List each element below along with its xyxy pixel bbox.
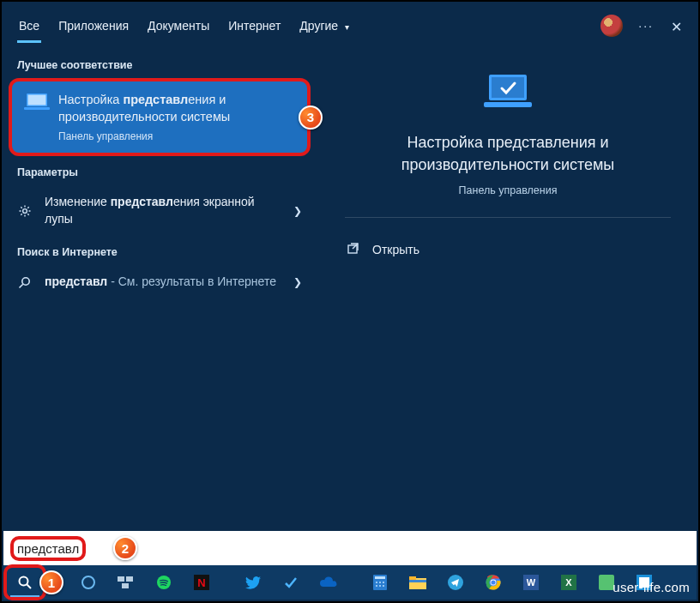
taskbar-telegram-icon[interactable] [438,568,474,597]
taskbar-taskview-icon[interactable] [108,568,144,597]
performance-settings-icon-large [480,71,535,119]
tab-other[interactable]: Другие ▾ [298,14,351,38]
taskbar-cortana-icon[interactable] [70,568,106,597]
detail-card: Настройка представления и производительн… [345,71,671,218]
taskbar-calculator-icon[interactable] [362,568,398,597]
result-magnifier-view[interactable]: Изменение представления экранной лупы ❯ [2,185,317,236]
tab-all[interactable]: Все [17,14,41,38]
taskbar-explorer-icon[interactable] [400,568,436,597]
svg-line-5 [20,284,23,287]
taskbar-netflix-icon[interactable]: N [184,568,220,597]
taskbar-word-icon[interactable]: W [513,568,549,597]
svg-point-31 [491,580,495,584]
svg-rect-14 [126,576,133,582]
more-options-button[interactable]: ··· [638,19,654,33]
chevron-down-icon: ▾ [345,22,349,32]
svg-line-11 [27,585,32,589]
result-web-label: представл - См. результаты в Интернете [45,274,281,291]
svg-rect-27 [409,580,426,582]
taskbar: 1 N W X [3,565,697,600]
chevron-right-icon: ❯ [293,205,302,217]
user-avatar[interactable] [600,15,623,37]
tab-apps[interactable]: Приложения [57,14,130,38]
annotation-badge-2: 2 [113,536,137,560]
search-tabs-bar: Все Приложения Документы Интернет Другие… [2,2,698,49]
result-web-search[interactable]: представл - См. результаты в Интернете ❯ [2,265,317,299]
svg-rect-8 [484,102,532,107]
tab-docs[interactable]: Документы [146,14,211,38]
svg-point-23 [379,585,381,587]
svg-rect-1 [28,95,46,106]
svg-point-12 [82,576,94,588]
settings-gear-icon [17,204,33,218]
section-parameters: Параметры [2,156,317,185]
svg-rect-26 [409,576,416,580]
taskbar-twitter-icon[interactable] [235,568,271,597]
svg-point-19 [376,582,377,583]
annotation-badge-3: 3 [299,106,323,130]
svg-rect-13 [118,576,124,582]
taskbar-search-button[interactable] [7,568,43,597]
close-button[interactable]: ✕ [669,19,683,33]
best-match-subtitle: Панель управления [58,130,295,142]
svg-rect-2 [24,107,50,110]
tab-other-label: Другие [299,19,338,33]
taskbar-spotify-icon[interactable] [146,568,182,597]
svg-point-21 [383,582,384,583]
search-bar[interactable]: представл 2 [3,531,697,565]
search-input-value: представл [17,541,79,556]
annotation-badge-1: 1 [39,570,63,594]
results-panel: Лучшее соответствие 3 Настройка представ… [2,49,317,540]
section-web-search: Поиск в Интернете [2,236,317,265]
detail-panel: Настройка представления и производительн… [317,49,698,540]
section-best-match: Лучшее соответствие [2,49,317,78]
watermark: user-life.com [612,580,690,594]
performance-settings-icon [24,92,48,111]
best-match-title: Настройка представления и производительн… [58,92,295,125]
search-icon [17,276,33,289]
open-action-label: Открыть [372,243,419,256]
open-action[interactable]: Открыть [345,235,671,264]
svg-rect-15 [122,583,129,588]
svg-point-3 [23,208,27,213]
taskbar-onedrive-icon[interactable] [311,568,347,597]
svg-point-22 [376,585,377,587]
svg-point-10 [20,577,28,586]
svg-point-4 [22,277,29,284]
open-icon [347,242,362,257]
svg-rect-18 [375,576,385,579]
taskbar-chrome-icon[interactable] [475,568,511,597]
tab-internet[interactable]: Интернет [226,14,282,38]
chevron-right-icon: ❯ [293,276,302,288]
svg-rect-7 [492,77,524,98]
taskbar-todo-icon[interactable] [273,568,309,597]
best-match-result[interactable]: Настройка представления и производительн… [12,81,307,153]
taskbar-excel-icon[interactable]: X [551,568,587,597]
svg-point-20 [379,582,381,583]
detail-subtitle: Панель управления [459,184,558,196]
result-magnifier-label: Изменение представления экранной лупы [45,194,281,227]
detail-title: Настройка представления и производительн… [345,131,671,176]
svg-point-24 [383,585,384,587]
